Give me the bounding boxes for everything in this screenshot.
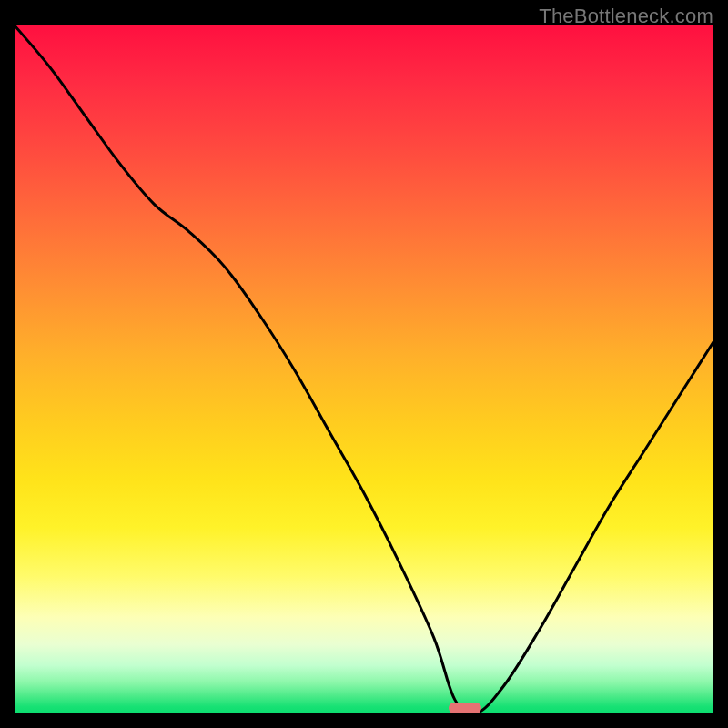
bottleneck-curve <box>15 25 713 713</box>
optimal-marker <box>449 703 481 713</box>
curve-layer <box>15 25 713 713</box>
stage: TheBottleneck.com <box>0 0 728 728</box>
plot-area <box>15 25 713 713</box>
